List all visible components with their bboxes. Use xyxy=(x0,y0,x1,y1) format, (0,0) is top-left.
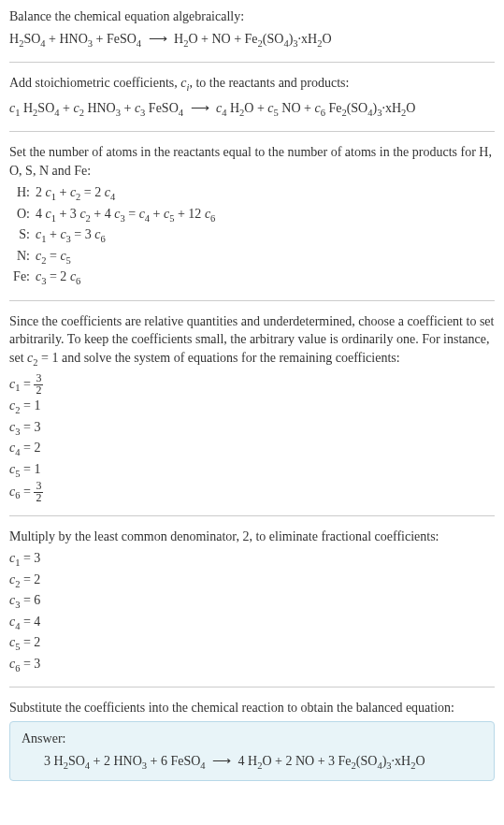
intro-section: Balance the chemical equation algebraica… xyxy=(9,7,495,51)
coef-result: c5 = 1 xyxy=(9,460,495,481)
atom-label: H: xyxy=(9,183,36,202)
coefficient-results-2: c1 = 3 c2 = 2 c3 = 6 c4 = 4 c5 = 2 c6 = … xyxy=(9,549,495,675)
step4-text: Multiply by the least common denominator… xyxy=(9,528,495,546)
coef-result: c1 = 32 xyxy=(9,373,495,397)
atom-label: S: xyxy=(9,225,36,244)
coef-result: c6 = 3 xyxy=(9,655,495,675)
step1-equation: c1 H2SO4 + c2 HNO3 + c3 FeSO4 ⟶ c4 H2O +… xyxy=(9,99,495,120)
step5-text: Substitute the coefficients into the che… xyxy=(9,699,495,717)
table-row: O: 4 c1 + 3 c2 + 4 c3 = c4 + c5 + 12 c6 xyxy=(9,205,495,225)
atom-label: N: xyxy=(9,247,36,266)
coef-result: c3 = 3 xyxy=(9,418,495,439)
step2-text: Set the number of atoms in the reactants… xyxy=(9,143,495,180)
atom-equation: c1 + c3 = 3 c6 xyxy=(36,225,495,246)
step2-section: Set the number of atoms in the reactants… xyxy=(9,143,495,289)
atom-label: Fe: xyxy=(9,268,36,286)
atom-equation: c3 = 2 c6 xyxy=(36,268,495,288)
intro-equation: H2SO4 + HNO3 + FeSO4 ⟶ H2O + NO + Fe2(SO… xyxy=(9,30,495,51)
coefficient-results-1: c1 = 32 c2 = 1 c3 = 3 c4 = 2 c5 = 1 c6 =… xyxy=(9,373,495,504)
atom-label: O: xyxy=(9,205,36,224)
step1-section: Add stoichiometric coefficients, ci, to … xyxy=(9,74,495,120)
coef-result: c2 = 1 xyxy=(9,397,495,417)
step3-text: Since the coefficients are relative quan… xyxy=(9,312,495,370)
divider xyxy=(9,62,495,63)
atom-balance-table: H: 2 c1 + c2 = 2 c4 O: 4 c1 + 3 c2 + 4 c… xyxy=(9,183,495,288)
coef-result: c4 = 2 xyxy=(9,439,495,459)
coef-result: c4 = 4 xyxy=(9,613,495,633)
divider xyxy=(9,515,495,516)
answer-equation: 3 H2SO4 + 2 HNO3 + 6 FeSO4 ⟶ 4 H2O + 2 N… xyxy=(22,752,482,773)
table-row: Fe: c3 = 2 c6 xyxy=(9,268,495,288)
coef-result: c1 = 3 xyxy=(9,549,495,570)
step3-text-p3: and solve the system of equations for th… xyxy=(58,351,399,365)
step5-section: Substitute the coefficients into the che… xyxy=(9,699,495,781)
step4-section: Multiply by the least common denominator… xyxy=(9,528,495,676)
step1-text-before: Add stoichiometric coefficients, xyxy=(9,76,180,90)
answer-box: Answer: 3 H2SO4 + 2 HNO3 + 6 FeSO4 ⟶ 4 H… xyxy=(9,721,495,781)
divider xyxy=(9,131,495,132)
table-row: S: c1 + c3 = 3 c6 xyxy=(9,225,495,246)
table-row: H: 2 c1 + c2 = 2 c4 xyxy=(9,183,495,204)
intro-text: Balance the chemical equation algebraica… xyxy=(9,7,495,26)
step1-text-after: , to the reactants and products: xyxy=(189,76,349,90)
divider xyxy=(9,687,495,688)
coef-result: c6 = 32 xyxy=(9,481,495,504)
table-row: N: c2 = c5 xyxy=(9,247,495,268)
atom-equation: 4 c1 + 3 c2 + 4 c3 = c4 + c5 + 12 c6 xyxy=(36,205,495,225)
coef-result: c2 = 2 xyxy=(9,571,495,591)
divider xyxy=(9,300,495,301)
step1-text: Add stoichiometric coefficients, ci, to … xyxy=(9,74,495,94)
step3-section: Since the coefficients are relative quan… xyxy=(9,312,495,504)
atom-equation: 2 c1 + c2 = 2 c4 xyxy=(36,183,495,204)
coef-result: c5 = 2 xyxy=(9,633,495,654)
atom-equation: c2 = c5 xyxy=(36,247,495,268)
coef-result: c3 = 6 xyxy=(9,591,495,612)
answer-label: Answer: xyxy=(22,730,482,748)
